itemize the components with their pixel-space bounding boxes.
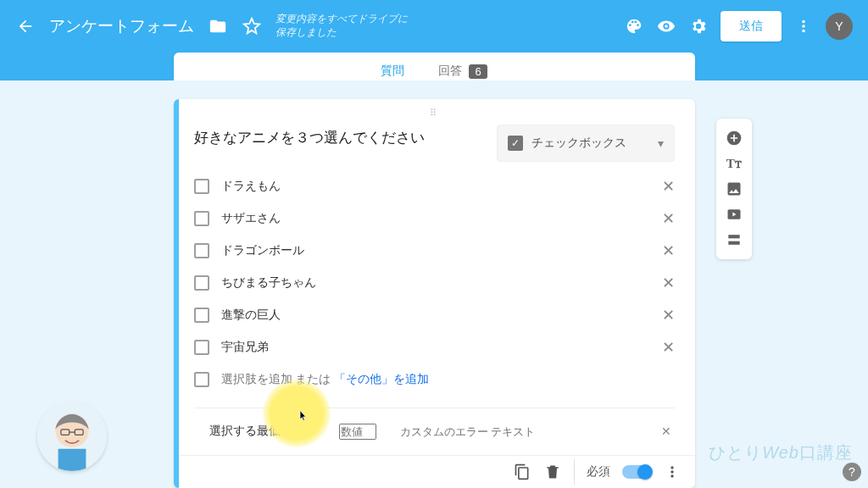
drag-handle-icon[interactable]: ⠿ (174, 108, 695, 119)
checkbox-icon (194, 211, 209, 226)
checkbox-icon (194, 340, 209, 355)
add-video-icon[interactable] (723, 203, 745, 225)
option-row[interactable]: ✕ (194, 333, 675, 362)
side-toolbar: Tᴛ (716, 119, 752, 259)
option-input[interactable] (221, 212, 650, 225)
validation-type-dropdown[interactable]: 選択する最低個数 ▾ (209, 424, 315, 439)
remove-option-icon[interactable]: ✕ (662, 241, 675, 260)
add-question-icon[interactable] (723, 127, 745, 149)
question-title-input[interactable] (194, 125, 481, 152)
option-row[interactable]: ✕ (194, 204, 675, 233)
option-input[interactable] (221, 308, 650, 321)
settings-gear-icon[interactable] (688, 16, 709, 36)
option-row[interactable]: ✕ (194, 301, 675, 330)
remove-option-icon[interactable]: ✕ (662, 209, 675, 228)
question-type-dropdown[interactable]: ✓ チェックボックス ▾ (497, 125, 675, 162)
add-image-icon[interactable] (723, 178, 745, 200)
checkbox-icon (194, 243, 209, 258)
question-card[interactable]: ⠿ ✓ チェックボックス ▾ ✕ ✕ ✕ (174, 99, 695, 488)
more-icon[interactable] (663, 463, 682, 481)
remove-option-icon[interactable]: ✕ (662, 177, 675, 196)
card-accent-bar (174, 99, 179, 488)
dropdown-arrow-icon: ▾ (309, 424, 315, 438)
remove-option-icon[interactable]: ✕ (662, 274, 675, 292)
option-input[interactable] (221, 341, 650, 353)
star-icon[interactable] (242, 16, 262, 36)
validation-type-label: 選択する最低個数 (209, 424, 304, 439)
presenter-avatar (37, 402, 107, 471)
more-vert-icon[interactable] (793, 16, 814, 36)
add-option-line: 選択肢を追加 または 「その他」を追加 (221, 372, 430, 387)
preview-icon[interactable] (656, 16, 676, 36)
options-list: ✕ ✕ ✕ ✕ ✕ (174, 169, 695, 399)
question-footer: 必須 (174, 455, 695, 488)
svg-rect-3 (728, 241, 739, 245)
option-row[interactable]: ✕ (194, 236, 675, 265)
svg-rect-2 (728, 235, 739, 238)
add-option-row[interactable]: 選択肢を追加 または 「その他」を追加 (194, 365, 675, 394)
add-section-icon[interactable] (723, 229, 745, 251)
option-input[interactable] (221, 276, 650, 289)
option-input[interactable] (221, 180, 650, 192)
svg-rect-9 (58, 449, 86, 471)
form-title[interactable]: アンケートフォーム (49, 15, 194, 37)
question-type-label: チェックボックス (531, 136, 626, 151)
watermark: ひとりWeb口講座 (709, 441, 853, 464)
checkbox-icon (194, 275, 209, 291)
remove-validation-icon[interactable]: ✕ (661, 424, 671, 438)
help-icon[interactable]: ? (843, 463, 861, 481)
option-input[interactable] (221, 244, 650, 257)
remove-option-icon[interactable]: ✕ (662, 306, 675, 324)
checkbox-icon (194, 372, 209, 387)
send-button[interactable]: 送信 (721, 11, 782, 42)
tab-responses-label: 回答 (438, 64, 462, 79)
delete-icon[interactable] (543, 463, 562, 481)
option-row[interactable]: ✕ (194, 172, 675, 201)
add-other-link[interactable]: 「その他」を追加 (334, 372, 429, 385)
checkbox-icon (194, 308, 209, 323)
required-toggle[interactable] (622, 465, 651, 479)
cursor-pointer-icon (295, 409, 310, 424)
validation-number-input[interactable] (339, 424, 376, 440)
separator (574, 459, 575, 485)
required-label: 必須 (587, 464, 610, 480)
save-status: 変更内容をすべてドライブに 保存しました (275, 13, 408, 39)
app-header: アンケートフォーム 変更内容をすべてドライブに 保存しました 送信 Y (0, 0, 868, 53)
add-option-text[interactable]: 選択肢を追加 (221, 372, 292, 385)
account-avatar[interactable]: Y (826, 13, 853, 40)
duplicate-icon[interactable] (513, 463, 531, 481)
remove-option-icon[interactable]: ✕ (662, 338, 675, 357)
validation-row: 選択する最低個数 ▾ ✕ (194, 408, 675, 446)
checkbox-icon (194, 179, 209, 194)
add-title-icon[interactable]: Tᴛ (723, 152, 745, 175)
back-arrow-icon[interactable] (15, 16, 36, 36)
option-row[interactable]: ✕ (194, 269, 675, 297)
validation-error-input[interactable] (400, 425, 637, 438)
palette-icon[interactable] (624, 16, 644, 36)
responses-count-badge: 6 (469, 64, 487, 79)
dropdown-arrow-icon: ▾ (658, 136, 664, 150)
checkbox-type-icon: ✓ (508, 136, 523, 151)
folder-icon[interactable] (208, 16, 228, 36)
